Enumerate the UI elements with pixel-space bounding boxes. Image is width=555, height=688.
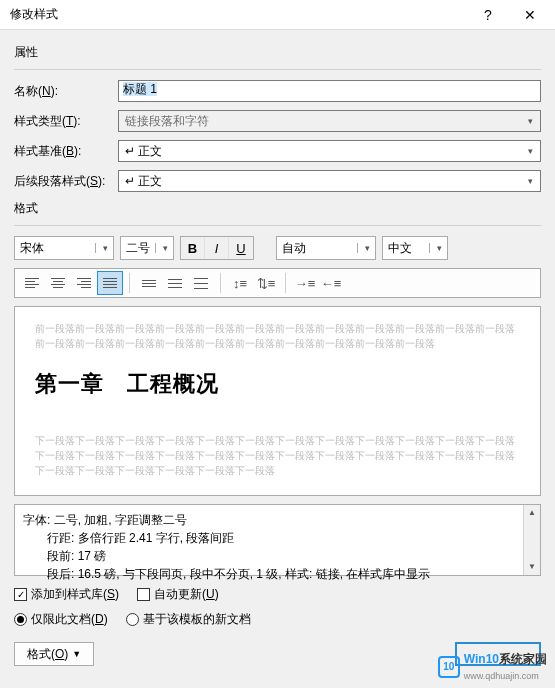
indent-decrease-button[interactable]: ←≡ — [318, 271, 344, 295]
format-section-header: 格式 — [14, 200, 541, 217]
watermark-logo-icon: 10 — [438, 656, 460, 678]
style-based-select[interactable]: ↵ 正文 ▾ — [118, 140, 541, 162]
auto-update-checkbox[interactable]: 自动更新(U) — [137, 586, 219, 603]
line-spacing-1-button[interactable] — [136, 271, 162, 295]
align-left-button[interactable] — [19, 271, 45, 295]
scroll-down-icon[interactable]: ▼ — [524, 559, 540, 575]
italic-button[interactable]: I — [205, 237, 229, 259]
close-button[interactable]: ✕ — [509, 1, 551, 29]
chevron-down-icon: ▾ — [429, 243, 445, 253]
bold-button[interactable]: B — [181, 237, 205, 259]
style-based-label: 样式基准(B): — [14, 143, 118, 160]
lang-select[interactable]: 中文 ▾ — [382, 236, 448, 260]
size-select[interactable]: 二号 ▾ — [120, 236, 174, 260]
chevron-down-icon: ▾ — [155, 243, 171, 253]
align-right-button[interactable] — [71, 271, 97, 295]
space-before-inc-button[interactable]: ↕≡ — [227, 271, 253, 295]
divider — [14, 69, 541, 70]
scroll-up-icon[interactable]: ▲ — [524, 505, 540, 521]
chevron-down-icon: ▾ — [522, 146, 538, 156]
chevron-down-icon: ▾ — [95, 243, 111, 253]
style-type-select[interactable]: 链接段落和字符 ▾ — [118, 110, 541, 132]
following-select[interactable]: ↵ 正文 ▾ — [118, 170, 541, 192]
chevron-down-icon: ▼ — [72, 649, 81, 659]
watermark: 10 Win10系统家园 www.qdhuajin.com — [438, 651, 547, 682]
properties-section-header: 属性 — [14, 44, 541, 61]
style-description: 字体: 二号, 加粗, 字距调整二号 行距: 多倍行距 2.41 字行, 段落间… — [14, 504, 541, 576]
dialog-title: 修改样式 — [10, 6, 467, 23]
style-type-label: 样式类型(T): — [14, 113, 118, 130]
chevron-down-icon: ▾ — [522, 116, 538, 126]
template-radio[interactable]: 基于该模板的新文档 — [126, 611, 251, 628]
this-document-radio[interactable]: 仅限此文档(D) — [14, 611, 108, 628]
radio-checked-icon — [14, 613, 27, 626]
color-select[interactable]: 自动 ▾ — [276, 236, 376, 260]
preview-pane: 前一段落前一段落前一段落前一段落前一段落前一段落前一段落前一段落前一段落前一段落… — [14, 306, 541, 496]
chevron-down-icon: ▾ — [522, 176, 538, 186]
line-spacing-1.5-button[interactable] — [162, 271, 188, 295]
chevron-down-icon: ▾ — [357, 243, 373, 253]
add-to-gallery-checkbox[interactable]: ✓ 添加到样式库(S) — [14, 586, 119, 603]
font-select[interactable]: 宋体 ▾ — [14, 236, 114, 260]
description-scrollbar[interactable]: ▲ ▼ — [523, 505, 540, 575]
align-justify-button[interactable] — [97, 271, 123, 295]
name-input[interactable]: 标题 1 — [118, 80, 541, 102]
preview-prev-text: 前一段落前一段落前一段落前一段落前一段落前一段落前一段落前一段落前一段落前一段落… — [35, 321, 520, 351]
underline-button[interactable]: U — [229, 237, 253, 259]
checkbox-unchecked-icon — [137, 588, 150, 601]
preview-heading: 第一章 工程概况 — [35, 369, 520, 399]
space-before-dec-button[interactable]: ⇅≡ — [253, 271, 279, 295]
divider — [14, 225, 541, 226]
checkbox-checked-icon: ✓ — [14, 588, 27, 601]
align-center-button[interactable] — [45, 271, 71, 295]
indent-increase-button[interactable]: →≡ — [292, 271, 318, 295]
following-label: 后续段落样式(S): — [14, 173, 118, 190]
preview-next-text: 下一段落下一段落下一段落下一段落下一段落下一段落下一段落下一段落下一段落下一段落… — [35, 433, 520, 478]
line-spacing-2-button[interactable] — [188, 271, 214, 295]
help-button[interactable]: ? — [467, 1, 509, 29]
name-label: 名称(N): — [14, 83, 118, 100]
text-format-group: B I U — [180, 236, 254, 260]
format-dropdown-button[interactable]: 格式(O)▼ — [14, 642, 94, 666]
radio-unchecked-icon — [126, 613, 139, 626]
